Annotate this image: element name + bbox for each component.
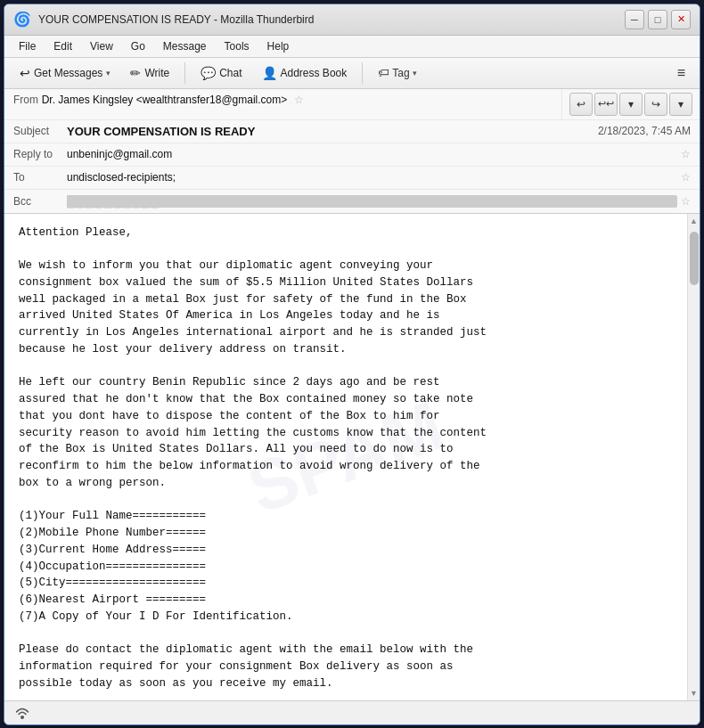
email-date: 2/18/2023, 7:45 AM: [598, 125, 691, 137]
tag-icon: 🏷: [378, 66, 389, 79]
menu-bar: File Edit View Go Message Tools Help: [4, 36, 700, 58]
header-bcc-row: Bcc ██████████ ☆: [4, 190, 700, 213]
subject-label: Subject: [13, 125, 67, 137]
title-bar-left: 🌀 YOUR COMPENSATION IS READY - Mozilla T…: [13, 11, 314, 28]
header-subject-row: Subject YOUR COMPENSATION IS READY 2/18/…: [4, 120, 700, 143]
title-bar: 🌀 YOUR COMPENSATION IS READY - Mozilla T…: [4, 4, 700, 36]
bcc-value: ██████████: [67, 195, 677, 208]
title-bar-controls: ─ □ ✕: [625, 10, 691, 29]
app-icon: 🌀: [13, 11, 31, 28]
more-button[interactable]: ▾: [669, 93, 692, 116]
bcc-star-icon[interactable]: ☆: [681, 195, 691, 208]
toolbar: ↩ Get Messages ▾ ✏ Write 💬 Chat 👤 Addres…: [4, 58, 700, 89]
email-header: From Dr. James Kingsley <wealthtransfer1…: [4, 89, 700, 214]
bcc-label: Bcc: [13, 195, 67, 208]
scrollbar-thumb[interactable]: [690, 232, 699, 285]
email-body-scroll[interactable]: SPAM Attention Please, We wish to inform…: [4, 214, 687, 700]
from-value: Dr. James Kingsley <wealthtransfer18@gma…: [42, 94, 288, 106]
chat-button[interactable]: 💬 Chat: [192, 61, 250, 85]
menu-message[interactable]: Message: [156, 38, 214, 54]
minimize-button[interactable]: ─: [625, 10, 644, 29]
reply-all-button[interactable]: ↩↩: [594, 93, 618, 116]
address-book-icon: 👤: [262, 66, 277, 80]
menu-tools[interactable]: Tools: [217, 38, 257, 54]
svg-point-0: [20, 716, 24, 719]
get-messages-icon: ↩: [20, 66, 30, 80]
tag-dropdown-icon[interactable]: ▾: [413, 69, 417, 78]
get-messages-button[interactable]: ↩ Get Messages ▾: [12, 61, 119, 85]
from-block: From Dr. James Kingsley <wealthtransfer1…: [4, 89, 561, 119]
menu-file[interactable]: File: [12, 38, 43, 54]
main-window: 🌀 YOUR COMPENSATION IS READY - Mozilla T…: [4, 4, 700, 725]
subject-value: YOUR COMPENSATION IS READY: [67, 125, 598, 138]
scroll-down-arrow[interactable]: ▼: [687, 686, 700, 700]
tag-label: Tag: [392, 67, 409, 79]
to-label: To: [13, 171, 67, 184]
get-messages-label: Get Messages: [34, 67, 102, 79]
forward-button[interactable]: ↪: [644, 93, 667, 116]
maximize-button[interactable]: □: [648, 10, 667, 29]
hamburger-menu-button[interactable]: ≡: [670, 61, 692, 85]
write-icon: ✏: [130, 66, 141, 80]
address-book-label: Address Book: [281, 67, 348, 79]
email-body-text: Attention Please, We wish to inform you …: [19, 225, 673, 692]
chat-label: Chat: [219, 67, 241, 79]
close-button[interactable]: ✕: [671, 10, 691, 29]
chat-icon: 💬: [201, 66, 216, 80]
from-star-icon[interactable]: ☆: [294, 94, 304, 106]
email-body-container: SPAM Attention Please, We wish to inform…: [4, 214, 700, 700]
reply-to-label: Reply to: [13, 148, 67, 160]
menu-help[interactable]: Help: [260, 38, 297, 54]
menu-edit[interactable]: Edit: [46, 38, 79, 54]
menu-go[interactable]: Go: [124, 38, 152, 54]
nav-buttons-block: ↩ ↩↩ ▾ ↪ ▾: [561, 89, 700, 119]
window-title: YOUR COMPENSATION IS READY - Mozilla Thu…: [38, 13, 314, 26]
get-messages-dropdown-icon[interactable]: ▾: [106, 69, 111, 78]
reply-to-star-icon[interactable]: ☆: [681, 148, 691, 160]
toolbar-divider-2: [362, 62, 363, 84]
scroll-up-arrow[interactable]: ▲: [687, 214, 700, 228]
write-label: Write: [144, 67, 169, 79]
to-value: undisclosed-recipients;: [67, 171, 677, 184]
nav-down-button[interactable]: ▾: [619, 93, 643, 116]
menu-view[interactable]: View: [83, 38, 120, 54]
toolbar-divider-1: [184, 62, 185, 84]
header-from-row: From Dr. James Kingsley <wealthtransfer1…: [4, 89, 700, 120]
address-book-button[interactable]: 👤 Address Book: [254, 61, 356, 85]
write-button[interactable]: ✏ Write: [122, 61, 177, 85]
from-label: From: [13, 94, 38, 106]
tag-button[interactable]: 🏷 Tag ▾: [370, 62, 424, 83]
connection-status-icon: [13, 704, 31, 722]
status-bar: [4, 700, 700, 724]
reply-to-value: unbeninjc@gmail.com: [67, 148, 677, 160]
reply-button[interactable]: ↩: [569, 93, 593, 116]
header-to-row: To undisclosed-recipients; ☆: [4, 167, 700, 190]
to-star-icon[interactable]: ☆: [681, 171, 691, 184]
header-replyto-row: Reply to unbeninjc@gmail.com ☆: [4, 143, 700, 167]
scrollbar[interactable]: ▲ ▼: [687, 214, 700, 700]
